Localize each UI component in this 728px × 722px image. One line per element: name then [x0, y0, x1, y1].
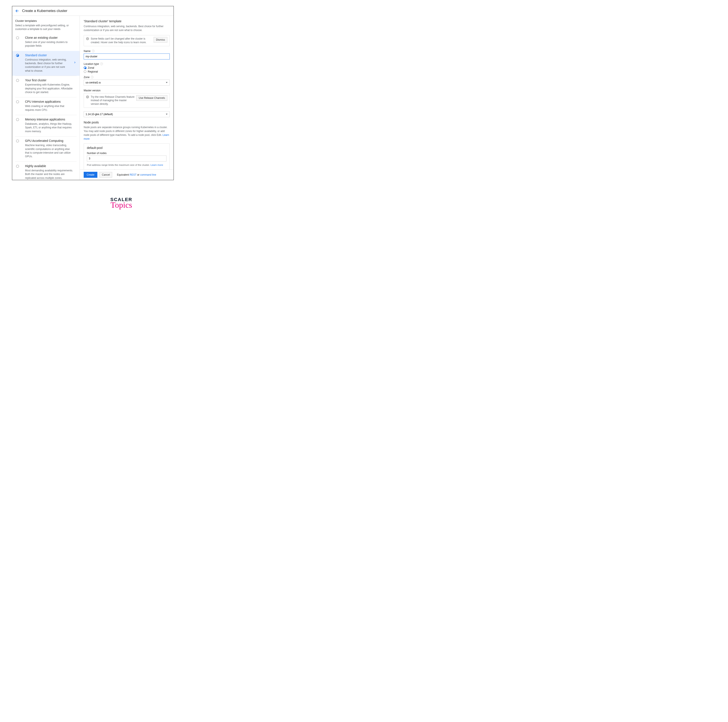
equiv-or: or — [136, 173, 140, 176]
template-cpu-intensive[interactable]: CPU intensive applications Web crawling … — [15, 97, 76, 115]
template-title: Memory intensive applications — [25, 118, 73, 121]
form-title: 'Standard cluster' template — [84, 19, 170, 23]
radio-icon — [84, 66, 86, 69]
master-version-select-wrap: 1.14.10-gke.17 (default) — [84, 111, 170, 117]
brand-line2: Topics — [0, 200, 243, 210]
template-desc: Most demanding availability requirements… — [25, 169, 73, 180]
help-icon[interactable]: ? — [100, 63, 103, 65]
cluster-name-input[interactable] — [84, 53, 170, 60]
template-gpu[interactable]: GPU Accelerated Computing Machine learni… — [15, 136, 76, 162]
command-line-link[interactable]: command line — [140, 173, 156, 176]
release-message: Try the new Release Channels feature ins… — [91, 95, 135, 106]
node-pools-desc: Node pools are separate instance groups … — [84, 125, 170, 141]
node-pool-name: default-pool — [87, 146, 167, 150]
chevron-right-icon — [73, 61, 76, 65]
body-columns: Cluster templates Select a template with… — [12, 16, 174, 180]
form-column: 'Standard cluster' template Continuous i… — [80, 16, 174, 180]
template-title: Your first cluster — [25, 78, 73, 82]
template-desc: Machine learning, video transcoding, sci… — [25, 143, 73, 159]
template-standard[interactable]: Standard cluster Continuous integration,… — [12, 51, 80, 76]
radio-icon — [16, 139, 19, 142]
location-type-label-text: Location type — [84, 63, 99, 66]
template-clone[interactable]: Clone an existing cluster Select one of … — [15, 34, 76, 51]
template-title: Standard cluster — [25, 53, 71, 57]
radio-icon — [16, 54, 19, 57]
equiv-prefix: Equivalent — [117, 173, 130, 176]
templates-desc: Select a template with preconfigured set… — [15, 24, 76, 31]
template-desc: Continuous integration, web serving, bac… — [25, 58, 71, 73]
rest-link[interactable]: REST — [130, 173, 136, 176]
page-title: Create a Kubernetes cluster — [22, 9, 67, 13]
form-desc: Continuous integration, web serving, bac… — [84, 24, 170, 32]
radio-label: Regional — [88, 70, 98, 73]
release-channel-info: i Try the new Release Channels feature i… — [84, 93, 170, 108]
form-scroll[interactable]: 'Standard cluster' template Continuous i… — [80, 16, 174, 169]
pod-hint-text: Pod address range limits the maximum siz… — [87, 164, 150, 166]
use-release-channels-button[interactable]: Use Release Channels — [136, 95, 167, 101]
radio-icon — [16, 100, 19, 103]
zone-label-text: Zone — [84, 76, 89, 79]
node-pools-desc-text: Node pools are separate instance groups … — [84, 126, 168, 136]
node-pool-box: default-pool Number of nodes Pod address… — [84, 143, 170, 169]
templates-heading-block: Cluster templates Select a template with… — [12, 16, 80, 34]
name-label: Name ? — [84, 50, 170, 53]
info-icon: i — [86, 37, 89, 40]
page-header: Create a Kubernetes cluster — [12, 6, 174, 16]
master-version-select[interactable]: 1.14.10-gke.17 (default) — [84, 111, 170, 117]
brand-logo: SCALER Topics — [0, 197, 243, 210]
cluster-create-frame: Create a Kubernetes cluster Cluster temp… — [12, 6, 174, 180]
template-memory-intensive[interactable]: Memory intensive applications Databases,… — [15, 115, 76, 136]
template-desc: Databases, analytics, things like Hadoop… — [25, 122, 73, 133]
template-desc: Experimenting with Kubernetes Engine, de… — [25, 83, 73, 94]
radio-icon — [16, 79, 19, 82]
zone-label: Zone ? — [84, 76, 170, 79]
learn-more-link[interactable]: Learn more — [150, 164, 163, 166]
cancel-button[interactable]: Cancel — [99, 172, 112, 177]
locked-fields-info: i Some fields can't be changed after the… — [84, 35, 170, 46]
help-icon[interactable]: ? — [91, 76, 93, 78]
location-type-label: Location type ? — [84, 63, 170, 66]
footer-bar: Create Cancel Equivalent REST or command… — [80, 169, 174, 180]
zone-select-wrap: us-central1-a — [84, 79, 170, 85]
template-title: Highly available — [25, 164, 73, 168]
radio-icon — [16, 165, 19, 168]
master-version-label: Master version — [84, 89, 170, 92]
info-icon: i — [86, 95, 89, 98]
back-arrow-icon[interactable] — [15, 9, 19, 13]
info-message: Some fields can't be changed after the c… — [91, 37, 152, 44]
name-label-text: Name — [84, 50, 90, 53]
template-title: Clone an existing cluster — [25, 36, 73, 40]
radio-icon — [16, 118, 19, 121]
pod-range-hint: Pod address range limits the maximum siz… — [87, 164, 167, 166]
template-list: Clone an existing cluster Select one of … — [12, 34, 80, 180]
help-icon[interactable]: ? — [92, 50, 95, 52]
dismiss-button[interactable]: Dismiss — [154, 37, 167, 43]
radio-icon — [84, 70, 86, 73]
num-nodes-input[interactable] — [87, 156, 167, 162]
num-nodes-label: Number of nodes — [87, 152, 167, 155]
template-title: GPU Accelerated Computing — [25, 139, 73, 142]
templates-heading: Cluster templates — [15, 19, 76, 23]
template-title: CPU intensive applications — [25, 100, 73, 103]
master-version-label-text: Master version — [84, 89, 101, 92]
location-zonal-radio[interactable]: Zonal — [84, 66, 170, 69]
create-button[interactable]: Create — [84, 172, 97, 178]
template-first-cluster[interactable]: Your first cluster Experimenting with Ku… — [15, 76, 76, 97]
radio-icon — [16, 37, 19, 40]
zone-select[interactable]: us-central1-a — [84, 79, 170, 85]
node-pools-heading: Node pools — [84, 121, 170, 124]
location-regional-radio[interactable]: Regional — [84, 70, 170, 73]
equivalent-text: Equivalent REST or command line — [117, 173, 156, 176]
template-highly-available[interactable]: Highly available Most demanding availabi… — [15, 162, 76, 180]
templates-column: Cluster templates Select a template with… — [12, 16, 80, 180]
template-desc: Select one of your existing clusters to … — [25, 40, 73, 48]
template-desc: Web crawling or anything else that requi… — [25, 104, 73, 112]
radio-label: Zonal — [88, 66, 94, 69]
